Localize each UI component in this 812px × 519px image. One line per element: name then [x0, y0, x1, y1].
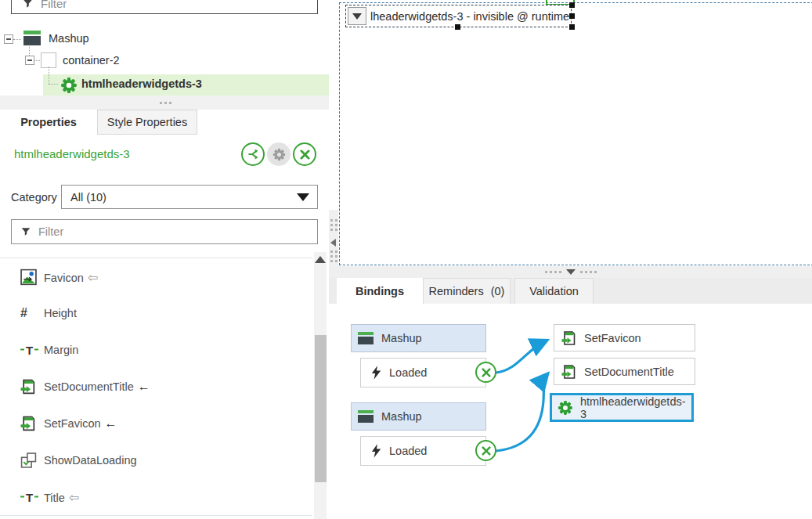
selection-handle[interactable]: [569, 24, 575, 30]
tab-properties[interactable]: Properties: [0, 110, 97, 135]
close-icon: [300, 150, 310, 160]
collapse-left-icon[interactable]: [330, 239, 336, 247]
share-icon: [247, 148, 259, 160]
delete-widget-button[interactable]: [293, 142, 316, 166]
tree-item-mashup[interactable]: Mashup: [49, 32, 89, 45]
event-label: Loaded: [389, 445, 427, 457]
binding-event-loaded-2[interactable]: Loaded: [360, 436, 486, 466]
tab-bindings[interactable]: Bindings: [337, 278, 423, 304]
tree-filter-input[interactable]: [39, 0, 277, 11]
gear-icon: [272, 148, 286, 161]
bind-button[interactable]: [241, 142, 265, 166]
widget-dropdown-button[interactable]: [348, 7, 366, 25]
property-row-showdataloading: ShowDataLoading: [0, 442, 312, 479]
source-label: Mashup: [381, 332, 422, 344]
wire-loaded-to-setfavicon[interactable]: [496, 341, 547, 373]
tree-expander-mashup[interactable]: [4, 34, 13, 44]
mashup-icon: [23, 31, 41, 46]
triangle-up-icon: [315, 256, 326, 263]
binding-event-loaded-1[interactable]: Loaded: [360, 358, 486, 387]
tree-expander-container[interactable]: [25, 56, 34, 65]
remove-binding-button-2[interactable]: [475, 440, 496, 461]
target-label: SetDocumentTitle: [584, 366, 674, 378]
tree-connector: [49, 67, 49, 84]
mashup-icon: [358, 332, 374, 345]
gear-icon: [558, 400, 573, 416]
lightning-icon: [371, 444, 382, 458]
service-icon: [561, 330, 577, 346]
source-label: Mashup: [381, 410, 422, 423]
selection-handle[interactable]: [569, 2, 575, 8]
tree-item-container-2[interactable]: container-2: [63, 54, 120, 67]
property-row-favicon: Favicon⇦ DefaultMapS...: [0, 258, 312, 296]
category-dropdown[interactable]: All (10): [61, 185, 318, 209]
chevron-down-icon: [297, 193, 309, 201]
canvas-bindings-splitter[interactable]: [329, 266, 812, 278]
collapse-down-icon[interactable]: [566, 269, 576, 275]
text-icon: T: [20, 490, 38, 503]
properties-tab-bar: Properties Style Properties: [0, 110, 329, 135]
binding-arrow-solid: ←: [105, 416, 117, 430]
selected-widget-name: htmlheaderwidgetds-3: [14, 147, 130, 160]
grip-dots: [330, 250, 337, 262]
binding-arrow-outline: ⇦: [69, 490, 79, 503]
mashup-icon: [358, 410, 374, 423]
mashup-builder-window: Mashup container-2 htmlheaderwidgetds-3 …: [0, 0, 812, 519]
property-name: Title⇦: [44, 489, 79, 504]
service-name: SetDocumentTitle←: [44, 380, 150, 394]
tree-properties-splitter[interactable]: [0, 96, 329, 110]
property-row-setdocumenttitle: SetDocumentTitle←: [0, 368, 312, 405]
panel-vertical-splitter[interactable]: [329, 210, 338, 266]
binding-source-mashup-2[interactable]: Mashup: [351, 402, 486, 431]
tab-validation[interactable]: Validation: [514, 278, 594, 304]
binding-arrow-outline: ⇦: [88, 270, 98, 283]
number-icon: #: [20, 306, 27, 320]
property-filter-box: [11, 219, 318, 244]
wire-loaded-to-setdocumenttitle[interactable]: [496, 374, 547, 451]
tab-reminders[interactable]: Reminders (0): [423, 278, 511, 304]
tree-connector: [13, 39, 21, 40]
tree-connector: [49, 84, 58, 85]
target-label: SetFavicon: [584, 332, 641, 344]
category-value: All (10): [70, 191, 106, 204]
remove-binding-button-1[interactable]: [475, 362, 496, 383]
properties-scrollbar-thumb[interactable]: [315, 335, 327, 482]
gear-icon: [60, 77, 78, 94]
tree-connector: [34, 60, 40, 61]
selection-handle[interactable]: [455, 24, 460, 30]
event-label: Loaded: [389, 366, 427, 379]
mashup-canvas[interactable]: [339, 2, 812, 265]
filter-funnel-icon: [21, 227, 31, 236]
tree-item-htmlheaderwidgetds-3[interactable]: htmlheaderwidgetds-3: [81, 77, 202, 90]
property-name: ShowDataLoading: [44, 454, 137, 467]
close-icon: [482, 446, 491, 456]
binding-arrow-solid: ←: [138, 380, 150, 393]
property-row-height: # Height: [0, 294, 312, 332]
tree-filter-box: [11, 0, 318, 14]
service-icon: [20, 378, 37, 395]
container-icon: [41, 52, 56, 68]
binding-node-htmlheaderwidgetds-3[interactable]: htmlheaderwidgetds-3: [550, 393, 694, 422]
property-row-margin: T Margin: [0, 331, 312, 369]
binding-target-setfavicon[interactable]: SetFavicon: [554, 324, 695, 351]
scrollbar-up-button[interactable]: [314, 254, 327, 265]
target-label: htmlheaderwidgetds-3: [580, 395, 691, 420]
property-row-title: T Title⇦: [0, 478, 312, 516]
category-label: Category: [11, 191, 57, 204]
property-name: Favicon⇦: [44, 269, 98, 284]
widget-canvas-label: lheaderwidgetds-3 - invisible @ runtime: [370, 5, 569, 27]
configure-button[interactable]: [267, 142, 291, 166]
binding-target-setdocumenttitle[interactable]: SetDocumentTitle: [554, 358, 695, 385]
property-name: Height: [44, 307, 77, 319]
property-filter-input[interactable]: [37, 225, 275, 239]
image-icon: [20, 269, 37, 285]
text-icon: T: [20, 343, 38, 356]
property-name: Margin: [44, 344, 78, 356]
close-icon: [482, 368, 491, 377]
binding-source-mashup-1[interactable]: Mashup: [351, 324, 486, 352]
tree-connector: [29, 45, 30, 56]
tab-style-properties[interactable]: Style Properties: [97, 110, 197, 135]
selection-handle[interactable]: [569, 13, 575, 19]
chevron-down-icon: [352, 13, 362, 20]
service-icon: [561, 364, 577, 380]
